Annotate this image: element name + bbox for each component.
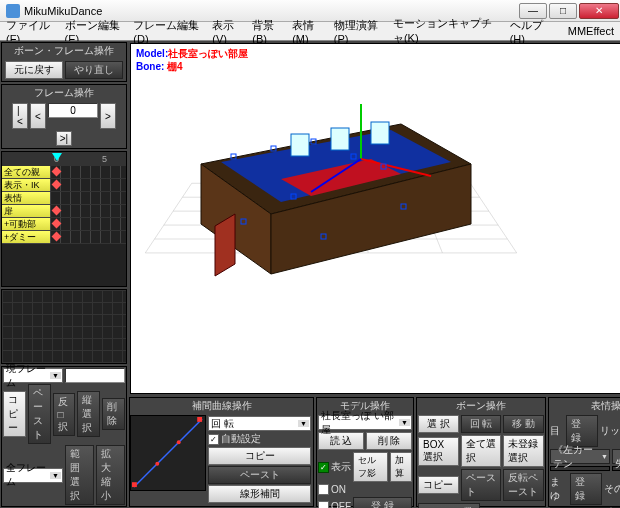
bone-copy[interactable]: コピー bbox=[418, 476, 459, 494]
viewport-overlay-text: Model:社長室っぽい部屋 Bone: 棚4 bbox=[136, 47, 248, 73]
selfshadow-button[interactable]: セルフ影 bbox=[353, 452, 388, 482]
app-icon bbox=[6, 4, 20, 18]
bone-move[interactable]: 移 動 bbox=[503, 415, 544, 433]
all-frame-select[interactable]: 全フレーム bbox=[3, 468, 63, 483]
window-title: MikuMikuDance bbox=[24, 5, 518, 17]
frame-next-key[interactable]: >| bbox=[56, 131, 72, 146]
svg-line-33 bbox=[134, 419, 202, 487]
svg-rect-17 bbox=[291, 134, 309, 156]
paste-button[interactable]: ペースト bbox=[28, 384, 51, 444]
bone-frame-reg[interactable]: フレーム登録 bbox=[418, 503, 480, 508]
copy-button[interactable]: コピー bbox=[3, 391, 26, 437]
track-grid[interactable] bbox=[50, 218, 126, 231]
brow-reg[interactable]: 登 録 bbox=[570, 473, 602, 505]
current-frame-select[interactable]: 現フレーム bbox=[3, 368, 63, 383]
menu-bar: ファイル(F) ボーン編集(E) フレーム編集(D) 表示(V) 背景(B) 表… bbox=[0, 22, 620, 41]
frame-controls: 現フレーム コピー ペースト 反□択 縦選択 削 除 全フレーム 範囲選択 拡大… bbox=[1, 366, 127, 507]
bone-paste[interactable]: ペースト bbox=[461, 469, 502, 501]
interp-curve[interactable] bbox=[130, 415, 206, 491]
interp-copy[interactable]: コピー bbox=[208, 447, 311, 465]
maximize-button[interactable]: □ bbox=[549, 3, 577, 19]
filter-button[interactable]: 加算 bbox=[390, 452, 412, 482]
auto-checkbox[interactable]: ✓ bbox=[208, 434, 219, 445]
track-name[interactable]: 扉 bbox=[2, 205, 50, 218]
interp-title: 補間曲線操作 bbox=[130, 398, 313, 414]
track-name[interactable]: 表情 bbox=[2, 192, 50, 205]
interp-axis-select[interactable]: 回 転 bbox=[208, 416, 311, 431]
svg-rect-34 bbox=[132, 482, 137, 487]
eye-select[interactable]: 《左カーテン bbox=[550, 449, 610, 464]
model-register[interactable]: 登 録 bbox=[353, 497, 412, 508]
boneop-title: ボーン操作 bbox=[417, 398, 545, 414]
redo-button[interactable]: やり直し bbox=[65, 61, 123, 79]
svg-point-36 bbox=[155, 462, 159, 466]
frame-prev-key[interactable]: |< bbox=[12, 103, 28, 129]
close-button[interactable]: ✕ bbox=[579, 3, 619, 19]
menu-mmeffect[interactable]: MMEffect bbox=[564, 25, 618, 37]
empty-timeline[interactable] bbox=[1, 289, 127, 364]
undo-button[interactable]: 元に戻す bbox=[5, 61, 63, 79]
track-list: 全ての親 表示・IK 表情 扉 +可動部 +ダミー bbox=[2, 166, 126, 286]
delete-button[interactable]: 削 除 bbox=[102, 398, 125, 430]
bone-rotate[interactable]: 回 転 bbox=[461, 415, 502, 433]
bone-frame-panel: ボーン・フレーム操作 元に戻す やり直し bbox=[1, 42, 127, 82]
track-name[interactable]: 表示・IK bbox=[2, 179, 50, 192]
track-name[interactable]: +可動部 bbox=[2, 218, 50, 231]
playhead-icon[interactable] bbox=[52, 153, 62, 161]
track-name[interactable]: +ダミー bbox=[2, 231, 50, 244]
track-grid[interactable] bbox=[50, 179, 126, 192]
bone-unregsel[interactable]: 未登録選択 bbox=[503, 435, 544, 467]
frame-op-panel: フレーム操作 |< < > >| bbox=[1, 84, 127, 149]
off-radio[interactable] bbox=[318, 501, 329, 509]
bone-mirpaste[interactable]: 反転ペースト bbox=[503, 469, 544, 501]
bone-frame-title: ボーン・フレーム操作 bbox=[2, 43, 126, 59]
track-grid[interactable] bbox=[50, 166, 126, 179]
track-grid[interactable] bbox=[50, 192, 126, 205]
interp-linear[interactable]: 線形補間 bbox=[208, 485, 311, 503]
faceop-title: 表情操作 bbox=[549, 398, 620, 414]
room-model bbox=[171, 104, 491, 294]
3d-viewport[interactable]: Model:社長室っぽい部屋 Bone: 棚4 bbox=[130, 43, 620, 394]
column-select-button[interactable]: 反□択 bbox=[53, 393, 76, 436]
vertical-select-button[interactable]: 縦選択 bbox=[77, 391, 100, 437]
bone-select[interactable]: 選 択 bbox=[418, 415, 459, 433]
timeline-ruler[interactable]: 0 5 10 bbox=[2, 152, 126, 166]
frame-op-title: フレーム操作 bbox=[2, 85, 126, 101]
lip-select[interactable]: 《天井消失 bbox=[612, 449, 620, 464]
bone-boxsel[interactable]: BOX選択 bbox=[418, 437, 459, 466]
frame-prev[interactable]: < bbox=[30, 103, 46, 129]
svg-rect-18 bbox=[331, 128, 349, 150]
minimize-button[interactable]: — bbox=[519, 3, 547, 19]
svg-point-37 bbox=[177, 440, 181, 444]
svg-rect-19 bbox=[371, 122, 389, 144]
bone-allsel[interactable]: 全て選択 bbox=[461, 435, 502, 467]
interp-paste[interactable]: ペースト bbox=[208, 466, 311, 484]
track-grid[interactable] bbox=[50, 205, 126, 218]
model-select[interactable]: 社長室っぽ い部屋 bbox=[318, 415, 412, 430]
frame-next[interactable]: > bbox=[100, 103, 116, 129]
svg-rect-35 bbox=[197, 417, 202, 422]
frame-number-input[interactable] bbox=[48, 103, 98, 118]
track-grid[interactable] bbox=[50, 231, 126, 244]
display-checkbox[interactable]: ✓ bbox=[318, 462, 329, 473]
on-radio[interactable] bbox=[318, 484, 329, 495]
timeline-panel: 0 5 10 全ての親 表示・IK 表情 扉 +可動部 +ダミー bbox=[1, 151, 127, 287]
track-name[interactable]: 全ての親 bbox=[2, 166, 50, 179]
zoom-button[interactable]: 拡大縮小 bbox=[96, 445, 125, 505]
current-frame-field[interactable] bbox=[65, 368, 125, 383]
range-select-button[interactable]: 範囲選択 bbox=[65, 445, 94, 505]
